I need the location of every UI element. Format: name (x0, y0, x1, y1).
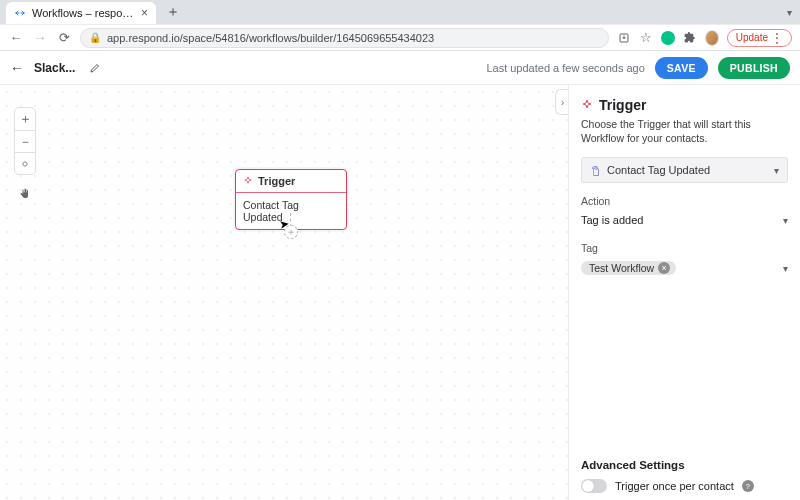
edit-name-icon[interactable] (85, 58, 105, 78)
trigger-type-value: Contact Tag Updated (607, 164, 710, 176)
chevron-down-icon: ▾ (783, 215, 788, 226)
svg-point-1 (23, 162, 27, 166)
chevron-down-icon: ▾ (783, 263, 788, 274)
side-panel: Trigger Choose the Trigger that will sta… (568, 85, 800, 500)
action-value: Tag is added (581, 214, 643, 226)
spark-icon (581, 99, 593, 111)
tag-icon: 🏷 (590, 165, 602, 176)
tag-chip-label: Test Workflow (589, 262, 654, 274)
star-icon[interactable]: ☆ (639, 31, 653, 45)
tab-strip: Workflows – respond.io × ＋ ▾ (0, 0, 800, 24)
tab-favicon-icon (14, 7, 26, 19)
zoom-rail: ＋ － (14, 107, 36, 205)
app-toolbar: ← Slack... Last updated a few seconds ag… (0, 51, 800, 85)
pan-tool-button[interactable] (14, 183, 36, 205)
panel-title: Trigger (599, 97, 646, 113)
lock-icon: 🔒 (89, 32, 101, 43)
tag-chip[interactable]: Test Workflow × (581, 261, 676, 275)
trigger-once-label: Trigger once per contact (615, 480, 734, 492)
browser-chrome: Workflows – respond.io × ＋ ▾ ← → ⟳ 🔒 app… (0, 0, 800, 51)
panel-description: Choose the Trigger that will start this … (581, 117, 788, 145)
help-icon[interactable]: ? (742, 480, 754, 492)
install-icon[interactable] (617, 31, 631, 45)
action-label: Action (581, 195, 788, 207)
back-button[interactable]: ← (10, 60, 24, 76)
save-button[interactable]: SAVE (655, 57, 708, 79)
zoom-out-button[interactable]: － (15, 130, 35, 152)
url-input[interactable]: 🔒 app.respond.io/space/54816/workflows/b… (80, 28, 609, 48)
workflow-canvas[interactable]: › Trigger Contact Tag Updated ＋ ➤ (0, 85, 568, 500)
fit-view-button[interactable] (15, 152, 35, 174)
nav-reload-icon[interactable]: ⟳ (56, 30, 72, 45)
address-bar: ← → ⟳ 🔒 app.respond.io/space/54816/workf… (0, 24, 800, 50)
extensions-icon[interactable] (683, 31, 697, 45)
workflow-name: Slack... (34, 61, 75, 75)
chevron-down-icon: ▾ (774, 165, 779, 176)
remove-tag-icon[interactable]: × (658, 262, 670, 274)
nav-back-icon[interactable]: ← (8, 30, 24, 45)
trigger-type-select[interactable]: 🏷 Contact Tag Updated ▾ (581, 157, 788, 183)
zoom-box: ＋ － (14, 107, 36, 175)
new-tab-button[interactable]: ＋ (162, 3, 184, 21)
spark-icon (243, 176, 253, 186)
action-select[interactable]: Tag is added ▾ (581, 210, 788, 230)
main-area: ＋ － › Trigger Contact Tag Updated ＋ ➤ (0, 85, 800, 500)
tab-title: Workflows – respond.io (32, 7, 135, 19)
node-title: Trigger (258, 175, 295, 187)
zoom-in-button[interactable]: ＋ (14, 108, 36, 130)
extension-dot-icon[interactable] (661, 31, 675, 45)
publish-button[interactable]: PUBLISH (718, 57, 790, 79)
collapse-panel-button[interactable]: › (555, 89, 568, 115)
browser-tab[interactable]: Workflows – respond.io × (6, 2, 156, 24)
node-header: Trigger (236, 170, 346, 192)
advanced-toggle-row: Trigger once per contact ? (581, 479, 788, 493)
nav-forward-icon: → (32, 30, 48, 45)
url-text: app.respond.io/space/54816/workflows/bui… (107, 32, 434, 44)
tab-close-icon[interactable]: × (141, 7, 148, 19)
update-label: Update (736, 32, 768, 43)
trigger-once-toggle[interactable] (581, 479, 607, 493)
advanced-settings-title: Advanced Settings (581, 459, 788, 471)
chevron-down-icon[interactable]: ▾ (787, 7, 800, 18)
kebab-icon: ⋮ (771, 31, 783, 45)
last-updated-text: Last updated a few seconds ago (486, 62, 644, 74)
tag-label: Tag (581, 242, 788, 254)
browser-update-button[interactable]: Update ⋮ (727, 29, 792, 47)
panel-title-row: Trigger (581, 97, 788, 113)
tag-select[interactable]: Test Workflow × ▾ (581, 257, 788, 279)
profile-avatar-icon[interactable] (705, 31, 719, 45)
